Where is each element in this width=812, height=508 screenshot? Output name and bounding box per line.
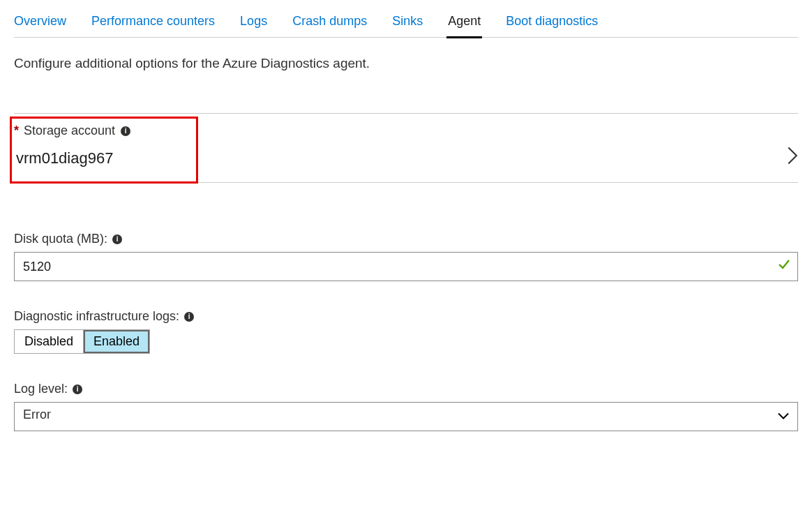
tab-overview[interactable]: Overview: [14, 14, 66, 31]
chevron-right-icon[interactable]: [787, 147, 798, 170]
disk-quota-label: Disk quota (MB):: [14, 232, 107, 246]
disk-quota-input[interactable]: [14, 252, 798, 281]
storage-account-section[interactable]: * Storage account i vrm01diag967: [14, 113, 798, 183]
infra-logs-label: Diagnostic infrastructure logs:: [14, 309, 179, 324]
info-icon[interactable]: i: [73, 384, 82, 394]
disk-quota-field: Disk quota (MB): i: [14, 232, 798, 281]
tab-bar: Overview Performance counters Logs Crash…: [14, 14, 798, 38]
required-indicator: *: [14, 124, 19, 138]
storage-account-label: Storage account: [24, 124, 115, 138]
storage-account-label-row: * Storage account i: [14, 124, 798, 138]
infra-logs-toggle: Disabled Enabled: [14, 329, 150, 354]
infra-logs-field: Diagnostic infrastructure logs: i Disabl…: [14, 309, 798, 354]
info-icon[interactable]: i: [112, 234, 122, 244]
check-icon: [777, 257, 791, 276]
tab-logs[interactable]: Logs: [240, 14, 267, 31]
tab-performance-counters[interactable]: Performance counters: [91, 14, 215, 31]
tab-boot-diagnostics[interactable]: Boot diagnostics: [506, 14, 598, 31]
storage-account-value: vrm01diag967: [14, 149, 113, 167]
log-level-label: Log level:: [14, 382, 68, 396]
infra-logs-disabled-button[interactable]: Disabled: [15, 330, 84, 353]
tab-sinks[interactable]: Sinks: [392, 14, 423, 31]
log-level-field: Log level: i Error: [14, 382, 798, 431]
info-icon[interactable]: i: [121, 126, 130, 136]
info-icon[interactable]: i: [184, 312, 194, 322]
infra-logs-enabled-button[interactable]: Enabled: [84, 330, 149, 353]
tab-crash-dumps[interactable]: Crash dumps: [292, 14, 367, 31]
intro-text: Configure additional options for the Azu…: [14, 56, 798, 71]
tab-agent[interactable]: Agent: [448, 14, 481, 31]
log-level-select[interactable]: Error: [14, 402, 798, 431]
